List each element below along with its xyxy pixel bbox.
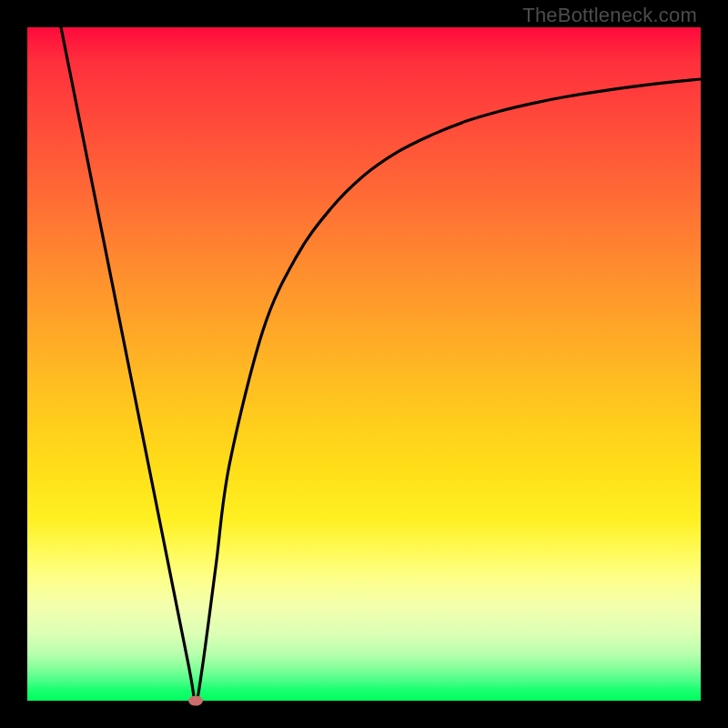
watermark-text: TheBottleneck.com (522, 4, 697, 27)
bottleneck-curve (27, 27, 701, 701)
chart-frame: TheBottleneck.com (0, 0, 728, 728)
plot-area (27, 27, 701, 701)
minimum-point-marker (188, 696, 203, 706)
